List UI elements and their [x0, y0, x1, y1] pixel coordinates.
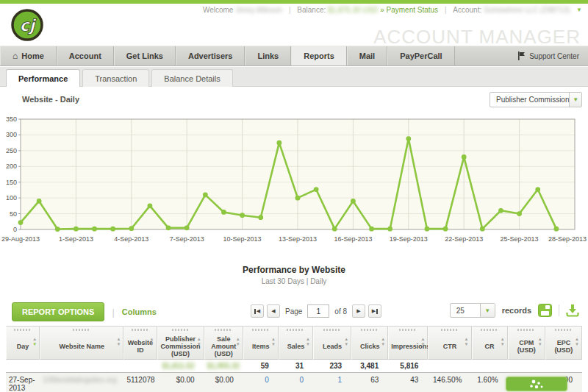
column-header-cr[interactable]: CR▲▼	[472, 326, 508, 360]
sort-arrows[interactable]: ▲▼	[420, 337, 425, 347]
column-header-leads[interactable]: Leads▲▼	[313, 326, 351, 360]
chart-data-point	[203, 192, 208, 197]
nav-tab-account[interactable]: Account	[57, 46, 114, 65]
column-header-items[interactable]: Items▲▼	[243, 326, 279, 360]
nav-tab-advertisers[interactable]: Advertisers	[176, 46, 245, 65]
column-drag-handle[interactable]	[14, 329, 32, 331]
last-page-button[interactable]: ▶	[368, 304, 381, 318]
main-nav-tabs: ⌂HomeAccountGet LinksAdvertisersLinksRep…	[0, 46, 455, 65]
performance-table: Day▲▼Website Name▲▼Website ID▲▼Publisher…	[6, 326, 582, 392]
cell-items[interactable]: 0	[243, 373, 279, 392]
chart-title: Performance by Website	[0, 265, 588, 275]
download-report-button[interactable]	[566, 304, 579, 317]
page-number-input[interactable]	[307, 304, 329, 318]
metric-select[interactable]: Publisher Commission ▼	[490, 92, 582, 107]
column-header-sales[interactable]: Sales▲▼	[279, 326, 313, 360]
next-page-button[interactable]: ▶	[352, 304, 365, 318]
subtab-performance[interactable]: Performance	[6, 69, 80, 87]
first-page-button[interactable]: ◀	[251, 304, 264, 318]
chart-data-point	[517, 211, 522, 216]
cell-leads[interactable]: 1	[313, 373, 351, 392]
sort-arrows[interactable]: ▲▼	[236, 337, 240, 347]
column-drag-handle[interactable]	[323, 329, 341, 331]
chart-y-tick-label: 150	[6, 179, 17, 186]
sort-arrows[interactable]: ▲▼	[197, 337, 201, 347]
chart-data-point	[148, 203, 153, 208]
chart-data-point	[535, 187, 540, 192]
cell-sales[interactable]: 0	[279, 373, 313, 392]
column-header-ctr[interactable]: CTR▲▼	[428, 326, 471, 360]
cell-website_id: 5112078	[123, 373, 157, 392]
column-drag-handle[interactable]	[361, 329, 379, 331]
nav-tab-get-links[interactable]: Get Links	[114, 46, 176, 65]
chart-data-point	[314, 187, 319, 192]
column-header-day[interactable]: Day▲▼	[6, 326, 40, 360]
column-drag-handle[interactable]	[555, 329, 573, 331]
balance-value: $1,875.30 USD	[328, 6, 378, 14]
nav-tab-home[interactable]: ⌂Home	[0, 46, 57, 65]
column-drag-handle[interactable]	[481, 329, 498, 331]
column-drag-handle[interactable]	[252, 329, 270, 331]
prev-page-button[interactable]: ◀	[267, 304, 280, 318]
nav-tab-links[interactable]: Links	[245, 46, 291, 65]
column-drag-handle[interactable]	[215, 329, 232, 331]
chart-data-point	[295, 196, 301, 201]
sort-arrows[interactable]: ▲▼	[344, 337, 348, 347]
support-center-label: Support Center	[529, 52, 579, 60]
payment-status-link[interactable]: » Payment Status	[380, 6, 438, 14]
chart-data-point	[443, 227, 448, 232]
column-header-publisher-commission-usd[interactable]: Publisher Commission (USD)▲▼	[157, 326, 204, 360]
totals-cell-ctr	[428, 360, 471, 373]
column-header-cpm-usd[interactable]: CPM (USD)▲▼	[508, 326, 545, 360]
website-name-link: 100bestdatingsites.org	[43, 376, 117, 384]
cell-website_name[interactable]: 100bestdatingsites.org	[40, 373, 123, 392]
column-drag-handle[interactable]	[132, 329, 149, 331]
dots-cluster-icon	[527, 378, 546, 390]
report-options-button[interactable]: REPORT OPTIONS	[12, 302, 104, 321]
nav-tab-paypercall[interactable]: PayPerCall	[387, 46, 454, 65]
account-dropdown-icon[interactable]: ▼	[576, 7, 582, 13]
column-header-impressions[interactable]: Impressions▲▼	[388, 326, 428, 360]
report-toolbar: REPORT OPTIONS | Columns ◀ ◀ Page of 8 ▶…	[0, 297, 588, 324]
sort-arrows[interactable]: ▲▼	[306, 337, 310, 347]
account-label: Account:	[453, 6, 481, 14]
column-drag-handle[interactable]	[172, 329, 190, 331]
column-header-label: CTR	[443, 343, 457, 350]
column-drag-handle[interactable]	[517, 329, 535, 331]
support-center[interactable]: Support Center	[509, 46, 588, 65]
column-drag-handle[interactable]	[73, 329, 90, 331]
column-header-clicks[interactable]: Clicks▲▼	[351, 326, 388, 360]
column-drag-handle[interactable]	[441, 329, 459, 331]
cj-logo[interactable]: cj	[10, 8, 44, 42]
column-drag-handle[interactable]	[399, 329, 417, 331]
subtab-transaction[interactable]: Transaction	[82, 69, 149, 87]
sort-arrows[interactable]: ▲▼	[465, 337, 469, 347]
column-drag-handle[interactable]	[287, 329, 304, 331]
nav-tab-mail[interactable]: Mail	[347, 46, 387, 65]
chart-y-tick-label: 0	[13, 226, 17, 233]
nav-tab-reports[interactable]: Reports	[291, 46, 347, 65]
subtab-balance-details[interactable]: Balance Details	[151, 69, 232, 87]
sort-arrows[interactable]: ▲▼	[271, 337, 276, 347]
sort-arrows[interactable]: ▲▼	[538, 337, 542, 347]
save-report-button[interactable]	[538, 304, 552, 317]
sort-arrows[interactable]: ▲▼	[381, 337, 385, 347]
sort-arrows[interactable]: ▲▼	[575, 337, 579, 347]
column-header-website-id[interactable]: Website ID▲▼	[123, 326, 157, 360]
column-header-epc-usd[interactable]: EPC (USD)▲▼	[545, 326, 582, 360]
cell-impressions: 43	[388, 373, 428, 392]
sort-arrows[interactable]: ▲▼	[32, 337, 37, 347]
totals-cell-leads: 233	[313, 360, 351, 373]
report-heading: Website - Daily	[22, 95, 79, 104]
sort-arrows[interactable]: ▲▼	[150, 337, 154, 347]
sort-arrows[interactable]: ▲▼	[116, 337, 121, 347]
chart-data-point	[351, 199, 356, 204]
page-count-label: of 8	[334, 307, 347, 316]
chart-x-tick-label: 19-Sep-2013	[390, 235, 428, 243]
column-header-website-name[interactable]: Website Name▲▼	[40, 326, 123, 360]
columns-link[interactable]: Columns	[122, 307, 157, 316]
nav-tab-label: Mail	[359, 51, 375, 60]
sort-arrows[interactable]: ▲▼	[501, 337, 505, 347]
column-header-sale-amount-usd[interactable]: Sale Amount (USD)▲▼	[204, 326, 243, 360]
records-per-page-select[interactable]: 25 ▼	[450, 303, 495, 318]
